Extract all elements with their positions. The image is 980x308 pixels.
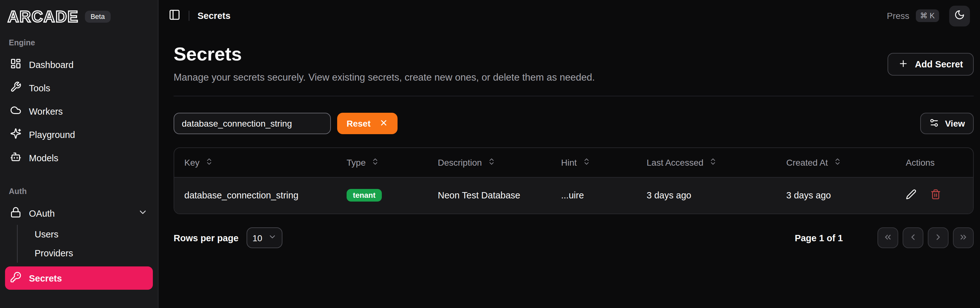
sidebar-item-oauth[interactable]: OAuth	[5, 201, 153, 225]
add-secret-label: Add Secret	[915, 59, 963, 69]
sidebar-item-label: Tools	[29, 83, 50, 93]
column-header-created-at[interactable]: Created At	[776, 148, 896, 177]
page-title: Secrets	[173, 43, 595, 65]
page-info: Page 1 of 1	[795, 233, 843, 243]
main-area: Secrets Press ⌘ K Secrets Manage your se…	[159, 0, 980, 308]
sort-icon	[834, 158, 842, 168]
sidebar-item-dashboard[interactable]: Dashboard	[5, 53, 153, 76]
sidebar-item-label: Workers	[29, 106, 63, 116]
sidebar-toggle-button[interactable]	[169, 9, 181, 23]
page-size-value: 10	[253, 233, 262, 243]
topbar: Secrets Press ⌘ K	[159, 0, 980, 32]
column-label: Hint	[561, 158, 577, 168]
sort-icon	[487, 158, 496, 168]
chevron-right-icon	[934, 232, 943, 243]
type-badge: tenant	[347, 189, 382, 202]
panel-left-icon	[169, 9, 181, 23]
topbar-right: Press ⌘ K	[887, 5, 970, 26]
chevron-down-icon	[268, 232, 277, 243]
sidebar-item-label: Providers	[35, 248, 73, 258]
search-input[interactable]	[173, 113, 331, 134]
content: Secrets Manage your secrets securely. Vi…	[159, 32, 980, 308]
page-description: Manage your secrets securely. View exist…	[173, 72, 595, 83]
view-options-button[interactable]: View	[921, 113, 974, 134]
column-label: Created At	[786, 158, 828, 168]
arcade-logo: ARCADE	[8, 9, 79, 25]
column-header-actions: Actions	[896, 148, 973, 177]
sliders-icon	[929, 118, 939, 129]
sidebar-item-label: Dashboard	[29, 59, 73, 70]
sidebar-item-label: Users	[35, 229, 59, 239]
sidebar: ARCADE Beta Engine Dashboard Tools Worke…	[0, 0, 159, 308]
lock-icon	[10, 207, 21, 220]
column-header-hint[interactable]: Hint	[551, 148, 636, 177]
sort-icon	[205, 158, 213, 168]
column-header-type[interactable]: Type	[337, 148, 428, 177]
column-label: Key	[184, 158, 199, 168]
sidebar-item-label: Playground	[29, 129, 75, 139]
cloud-icon	[10, 105, 21, 118]
pagination: Rows per page 10 Page 1 of 1	[173, 227, 974, 248]
cell-last-accessed: 3 days ago	[636, 177, 776, 214]
sidebar-item-tools[interactable]: Tools	[5, 76, 153, 99]
column-label: Actions	[906, 158, 935, 168]
sidebar-section-auth: Auth	[5, 182, 153, 201]
chevrons-left-icon	[883, 232, 892, 243]
title-row: Secrets Manage your secrets securely. Vi…	[173, 37, 974, 96]
sort-icon	[709, 158, 718, 168]
rows-per-page-label: Rows per page	[173, 233, 239, 243]
sidebar-item-playground[interactable]: Playground	[5, 123, 153, 146]
reset-label: Reset	[347, 118, 371, 128]
sidebar-item-label: Models	[29, 153, 59, 163]
shortcut-hint-label: Press	[887, 11, 910, 21]
column-header-last-accessed[interactable]: Last Accessed	[636, 148, 776, 177]
pagination-right: Page 1 of 1	[795, 227, 974, 248]
chevron-left-icon	[908, 232, 918, 243]
sort-icon	[582, 158, 591, 168]
dashboard-icon	[10, 58, 21, 71]
wrench-icon	[10, 81, 21, 94]
moon-icon	[954, 10, 965, 22]
shortcut-kbd: ⌘ K	[916, 10, 939, 22]
beta-badge: Beta	[85, 11, 110, 23]
column-header-description[interactable]: Description	[428, 148, 551, 177]
secrets-table: Key Type	[173, 147, 974, 214]
column-label: Last Accessed	[647, 158, 703, 168]
sidebar-item-label: Secrets	[29, 273, 62, 283]
sidebar-item-workers[interactable]: Workers	[5, 99, 153, 123]
delete-secret-button[interactable]	[930, 189, 941, 202]
cell-created-at: 3 days ago	[776, 177, 896, 214]
sparkles-icon	[10, 128, 21, 141]
add-secret-button[interactable]: Add Secret	[888, 53, 974, 76]
chevron-down-icon	[138, 207, 148, 219]
column-label: Description	[438, 158, 482, 168]
sidebar-item-users[interactable]: Users	[18, 225, 153, 244]
filter-row: Reset View	[173, 113, 974, 134]
key-icon	[10, 271, 21, 285]
cell-description: Neon Test Database	[428, 177, 551, 214]
pencil-icon	[906, 189, 916, 202]
column-label: Type	[347, 158, 366, 168]
chevrons-right-icon	[959, 232, 968, 243]
cell-actions	[896, 177, 973, 214]
column-header-key[interactable]: Key	[174, 148, 337, 177]
sidebar-item-label: OAuth	[29, 208, 55, 218]
breadcrumb: Secrets	[197, 11, 231, 21]
bot-icon	[10, 151, 21, 164]
last-page-button[interactable]	[953, 227, 974, 248]
first-page-button[interactable]	[877, 227, 898, 248]
reset-filter-button[interactable]: Reset	[337, 113, 398, 134]
edit-secret-button[interactable]	[906, 189, 916, 202]
cell-key: database_connection_string	[174, 177, 337, 214]
page-size-select[interactable]: 10	[247, 227, 282, 248]
sidebar-item-secrets[interactable]: Secrets	[5, 267, 153, 290]
next-page-button[interactable]	[928, 227, 948, 248]
sort-icon	[371, 158, 380, 168]
sidebar-item-providers[interactable]: Providers	[18, 244, 153, 263]
theme-toggle-button[interactable]	[949, 5, 970, 26]
trash-icon	[930, 189, 941, 202]
cell-type: tenant	[337, 177, 428, 214]
previous-page-button[interactable]	[903, 227, 923, 248]
brand: ARCADE Beta	[5, 8, 153, 34]
sidebar-item-models[interactable]: Models	[5, 146, 153, 169]
